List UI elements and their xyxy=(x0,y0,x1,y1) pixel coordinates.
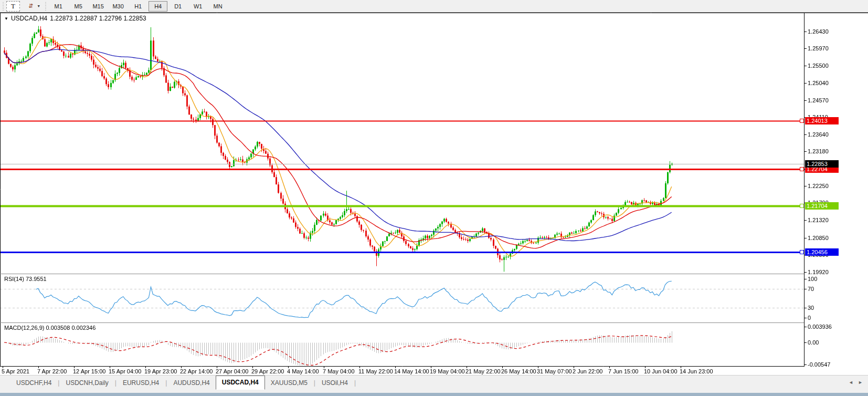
chart-tab-xauusd-m5[interactable]: XAUUSD,M5 xyxy=(265,377,313,389)
hline-price-tag: 1.21704 xyxy=(805,202,839,210)
chart-tab-usdcad-h4[interactable]: USDCAD,H4 xyxy=(216,376,265,390)
rsi-indicator-label: RSI(14) 73.9551 xyxy=(4,276,47,282)
macd-indicator-label: MACD(12,26,9) 0.003508 0.002346 xyxy=(4,325,96,331)
chevron-down-icon[interactable]: ▼ xyxy=(35,4,43,8)
time-axis-label: 10 Jun 04:00 xyxy=(644,368,678,374)
time-axis-label: 19 May 04:00 xyxy=(430,368,465,374)
time-axis-label: 22 Apr 14:00 xyxy=(180,368,213,374)
time-axis-label: 26 May 14:00 xyxy=(501,368,536,374)
time-axis-label: 27 Apr 04:00 xyxy=(216,368,248,374)
time-axis-label: 7 Jun 15:00 xyxy=(608,368,639,374)
chart-tab-eurusd-h4[interactable]: EURUSD,H4 xyxy=(117,377,165,389)
macd-axis-label: -0.00547 xyxy=(808,361,830,368)
timeframe-button-h4[interactable]: H4 xyxy=(149,1,167,12)
price-axis-tick-label: 1.24570 xyxy=(808,97,829,103)
tab-separator: | xyxy=(354,379,356,387)
rsi-axis-label: 70 xyxy=(808,286,814,292)
chart-title-caret-icon[interactable]: ▼ xyxy=(4,16,8,21)
macd-axis-label: 0.003936 xyxy=(808,324,832,330)
chart-title-symbol: USDCAD,H4 xyxy=(11,15,47,22)
tab-scroll-left-icon[interactable]: ◄ xyxy=(849,380,853,385)
price-axis-tick-label: 1.25500 xyxy=(808,62,829,69)
chart-title: ▼ USDCAD,H4 1.22873 1.22887 1.22796 1.22… xyxy=(4,15,146,22)
arrange-icon[interactable]: ⇵ xyxy=(26,1,34,12)
time-axis-label: 14 May 14:00 xyxy=(394,368,429,374)
timeframe-button-h1[interactable]: H1 xyxy=(129,1,147,12)
chart-tab-usdcnh-daily[interactable]: USDCNH,Daily xyxy=(60,377,114,389)
rsi-axis-label: 30 xyxy=(808,305,814,311)
timeframe-button-mn[interactable]: MN xyxy=(208,1,227,12)
time-axis-label: 15 Apr 04:00 xyxy=(109,368,141,374)
time-axis-label: 7 May 04:00 xyxy=(323,368,355,374)
toolbar-grip[interactable] xyxy=(2,2,4,11)
timeframe-button-m1[interactable]: M1 xyxy=(49,1,68,12)
hline-price-tag: 1.20456 xyxy=(805,248,839,256)
time-axis-label: 31 May 07:00 xyxy=(537,368,572,374)
time-axis-label: 4 May 14:00 xyxy=(287,368,319,374)
price-axis-tick-label: 1.20850 xyxy=(808,235,829,241)
timeframe-button-m30[interactable]: M30 xyxy=(109,1,128,12)
rsi-axis-label: 100 xyxy=(808,276,817,282)
time-axis-label: 14 Jun 23:00 xyxy=(680,368,713,374)
tab-scroll-right-icon[interactable]: ► xyxy=(858,380,863,385)
timeframe-button-d1[interactable]: D1 xyxy=(168,1,187,12)
chart-tab-usdchf-h4[interactable]: USDCHF,H4 xyxy=(10,377,57,389)
time-axis-label: 12 Apr 15:00 xyxy=(73,368,105,374)
price-axis-tick-label: 1.22250 xyxy=(808,183,829,189)
macd-axis-label: 0.00 xyxy=(808,339,819,346)
rsi-axis-label: 0 xyxy=(808,315,811,321)
price-axis-tick-label: 1.23640 xyxy=(808,131,829,138)
chart-title-ohlc: 1.22873 1.22887 1.22796 1.22853 xyxy=(50,15,146,22)
time-axis-label: 19 Apr 23:00 xyxy=(144,368,177,374)
hline-price-tag: 1.24013 xyxy=(805,117,839,124)
text-tool-button[interactable]: T xyxy=(6,1,20,12)
price-axis-tick-label: 1.25970 xyxy=(808,45,829,51)
price-axis-tick-label: 1.21320 xyxy=(808,217,829,223)
chart-tab-bar: USDCHF,H4|USDCNH,Daily|EURUSD,H4|AUDUSD,… xyxy=(0,375,868,390)
time-axis-label: 29 Apr 22:00 xyxy=(251,368,284,374)
taskbar-edge xyxy=(0,393,868,396)
price-axis-tick-label: 1.23180 xyxy=(808,148,829,154)
time-axis-label: 5 Apr 2021 xyxy=(2,368,29,374)
time-axis-label: 11 May 22:00 xyxy=(358,368,393,374)
price-axis-tick-label: 1.25040 xyxy=(808,80,829,86)
toolbar-grip[interactable] xyxy=(44,2,47,11)
chart-tab-audusd-h4[interactable]: AUDUSD,H4 xyxy=(167,377,215,389)
chart-plot-area[interactable] xyxy=(0,0,868,396)
timeframe-toolbar: T ⇵ ▼ M1M5M15M30H1H4D1W1MN xyxy=(0,0,868,13)
timeframe-button-w1[interactable]: W1 xyxy=(188,1,207,12)
price-axis-tick-label: 1.19920 xyxy=(808,269,829,275)
price-axis-tick-label: 1.26430 xyxy=(808,28,829,35)
time-axis-label: 21 May 22:00 xyxy=(465,368,501,374)
chart-tab-usoil-h4[interactable]: USOil,H4 xyxy=(316,377,354,389)
time-axis-label: 7 Apr 22:00 xyxy=(37,368,67,374)
timeframe-button-m5[interactable]: M5 xyxy=(69,1,88,12)
timeframe-button-m15[interactable]: M15 xyxy=(89,1,108,12)
time-axis-label: 2 Jun 22:00 xyxy=(573,368,603,374)
current-price-tag: 1.22853 xyxy=(805,160,839,168)
